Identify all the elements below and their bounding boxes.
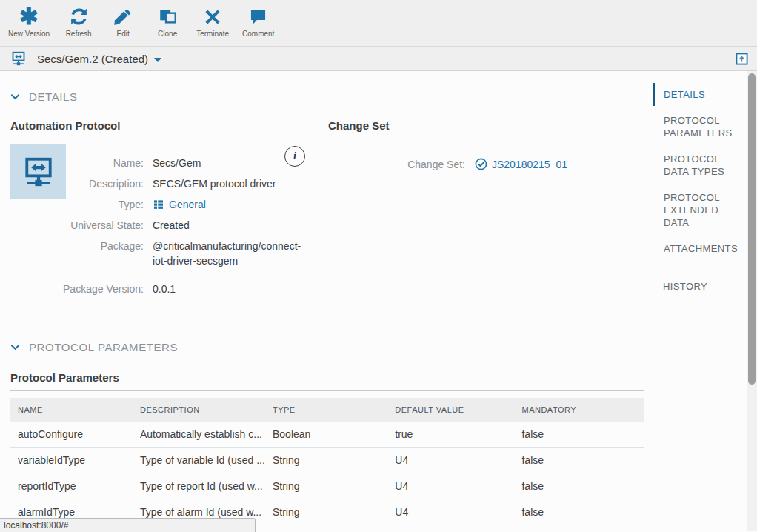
field-value: SECS/GEM protocol driver xyxy=(153,176,276,191)
application-window: ✱ New Version Refresh xyxy=(0,0,757,532)
edit-label: Edit xyxy=(117,30,130,38)
column-header-type[interactable]: TYPE xyxy=(265,398,387,422)
change-set-link[interactable]: JS20180215_01 xyxy=(492,159,567,170)
chevron-down-icon xyxy=(10,344,20,350)
nav-divider xyxy=(653,310,747,320)
protocol-parameters-section: PROTOCOL PARAMETERS Protocol Parameters … xyxy=(0,341,652,532)
checkmark-circle-icon xyxy=(474,157,488,171)
table-row[interactable]: reportIdType Type of report Id (used w..… xyxy=(10,473,644,499)
automation-protocol-title: Automation Protocol xyxy=(10,119,315,139)
nav-item-protocol-extended-data[interactable]: PROTOCOL EXTENDED DATA xyxy=(653,184,747,236)
terminate-icon xyxy=(203,4,222,29)
new-version-button[interactable]: ✱ New Version xyxy=(1,4,56,38)
column-header-default-value[interactable]: DEFAULT VALUE xyxy=(387,398,514,422)
column-header-name[interactable]: NAME xyxy=(10,398,133,422)
edit-button[interactable]: Edit xyxy=(101,4,145,38)
refresh-icon xyxy=(68,4,90,29)
details-section-title: DETAILS xyxy=(29,90,78,103)
terminate-button[interactable]: Terminate xyxy=(190,4,236,38)
field-value: 0.0.1 xyxy=(153,282,176,296)
new-version-label: New Version xyxy=(8,30,50,38)
entity-title: Secs/Gem.2 (Created) xyxy=(37,53,148,65)
table-row[interactable]: variableIdType Type of variable Id (used… xyxy=(10,448,644,473)
clone-label: Clone xyxy=(158,30,177,38)
entity-title-dropdown[interactable]: Secs/Gem.2 (Created) xyxy=(37,53,161,65)
protocol-parameters-table: NAME DESCRIPTION TYPE DEFAULT VALUE MAND… xyxy=(10,398,644,532)
clone-icon xyxy=(157,4,179,29)
field-value: Created xyxy=(153,218,190,233)
nav-item-history[interactable]: HISTORY xyxy=(653,273,747,299)
field-value: @criticalmanufacturing/connect-iot-drive… xyxy=(153,239,315,268)
column-header-mandatory[interactable]: MANDATORY xyxy=(514,398,644,422)
field-label: Type: xyxy=(10,197,144,212)
comment-icon xyxy=(248,4,268,29)
protocol-parameters-table-title: Protocol Parameters xyxy=(10,371,644,391)
refresh-button[interactable]: Refresh xyxy=(56,4,101,38)
field-change-set: Change Set: JS20180215_01 xyxy=(328,157,633,171)
type-general-link[interactable]: General xyxy=(169,197,206,212)
field-type: Type: xyxy=(10,197,315,212)
vertical-scrollbar[interactable] xyxy=(747,71,757,531)
entity-image xyxy=(10,144,66,199)
field-label: Universal State: xyxy=(10,218,144,233)
nav-item-protocol-data-types[interactable]: PROTOCOL DATA TYPES xyxy=(653,146,747,184)
entity-title-bar: Secs/Gem.2 (Created) xyxy=(0,47,757,71)
terminate-label: Terminate xyxy=(196,30,229,38)
edit-icon xyxy=(113,4,133,29)
general-type-icon xyxy=(153,199,164,210)
nav-item-protocol-parameters[interactable]: PROTOCOL PARAMETERS xyxy=(653,107,747,146)
automation-protocol-icon xyxy=(10,50,27,67)
chevron-down-icon xyxy=(10,93,20,100)
collapse-panel-button[interactable] xyxy=(736,53,748,65)
clone-button[interactable]: Clone xyxy=(145,4,190,38)
comment-button[interactable]: Comment xyxy=(236,4,281,38)
scrollbar-thumb[interactable] xyxy=(748,73,756,385)
comment-label: Comment xyxy=(242,30,274,38)
refresh-label: Refresh xyxy=(66,30,92,38)
field-package: Package: @criticalmanufacturing/connect-… xyxy=(10,239,315,268)
field-label: Package: xyxy=(10,239,144,268)
field-label: Package Version: xyxy=(10,282,144,296)
column-header-description[interactable]: DESCRIPTION xyxy=(133,398,265,422)
section-nav: DETAILS PROTOCOL PARAMETERS PROTOCOL DAT… xyxy=(653,82,747,320)
table-row[interactable]: autoConfigure Automatically establish c.… xyxy=(10,422,644,448)
nav-item-details[interactable]: DETAILS xyxy=(653,82,747,107)
nav-item-attachments[interactable]: ATTACHMENTS xyxy=(653,236,747,262)
details-section-header[interactable]: DETAILS xyxy=(10,90,652,103)
table-header-row: NAME DESCRIPTION TYPE DEFAULT VALUE MAND… xyxy=(10,398,644,422)
field-label: Change Set: xyxy=(328,159,465,170)
protocol-parameters-section-title: PROTOCOL PARAMETERS xyxy=(29,341,178,353)
field-package-version: Package Version: 0.0.1 xyxy=(10,282,315,296)
chevron-down-icon xyxy=(154,58,161,62)
new-version-icon: ✱ xyxy=(19,4,39,29)
field-universal-state: Universal State: Created xyxy=(10,218,315,233)
automation-protocol-panel: Automation Protocol i Name: xyxy=(10,119,315,302)
status-url-tooltip: localhost:8000/# xyxy=(0,518,256,532)
content-area: DETAILS Automation Protocol i xyxy=(0,71,757,531)
main-panel: DETAILS Automation Protocol i xyxy=(0,71,652,532)
toolbar: ✱ New Version Refresh xyxy=(0,0,757,47)
protocol-parameters-section-header[interactable]: PROTOCOL PARAMETERS xyxy=(10,341,652,353)
field-value: Secs/Gem xyxy=(153,156,201,170)
change-set-title: Change Set xyxy=(328,119,633,139)
info-icon[interactable]: i xyxy=(284,146,305,167)
change-set-panel: Change Set Change Set: JS20180215_01 xyxy=(328,119,633,302)
